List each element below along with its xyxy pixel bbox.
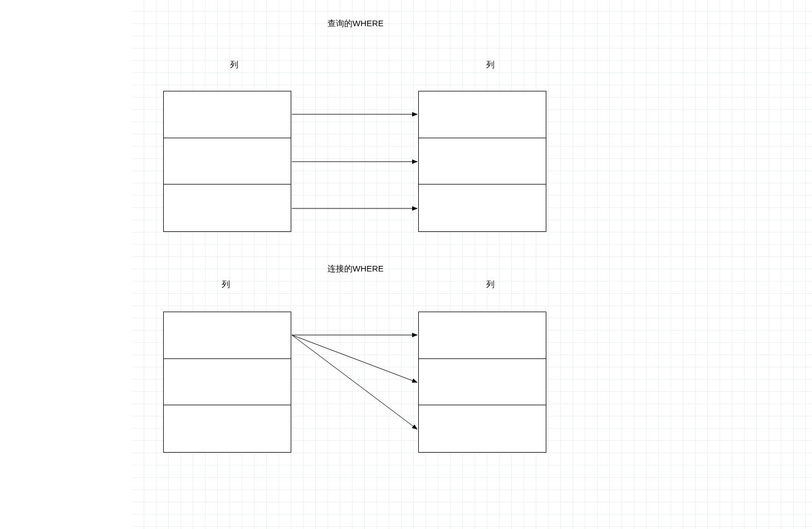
diagram1-left-table[interactable] <box>163 91 291 232</box>
arrow-d2-to-row2 <box>292 335 417 382</box>
diagram1-right-column-label: 列 <box>486 60 495 70</box>
diagram2-right-column-label: 列 <box>486 279 495 290</box>
table-row[interactable] <box>164 185 291 231</box>
left-margin-panel <box>0 0 133 529</box>
table-row[interactable] <box>419 405 546 452</box>
diagram1-left-column-label: 列 <box>230 60 238 70</box>
diagram1-right-table[interactable] <box>418 91 546 232</box>
table-row[interactable] <box>164 312 291 359</box>
diagram2-left-column-label: 列 <box>222 279 230 290</box>
table-row[interactable] <box>419 138 546 185</box>
table-row[interactable] <box>164 91 291 138</box>
table-row[interactable] <box>164 138 291 185</box>
table-row[interactable] <box>419 359 546 406</box>
diagram-canvas[interactable]: 查询的WHERE 列 列 连接的WHERE 列 列 <box>133 0 812 529</box>
table-row[interactable] <box>164 359 291 406</box>
diagram2-title: 连接的WHERE <box>327 264 384 274</box>
table-row[interactable] <box>419 312 546 359</box>
diagram2-right-table[interactable] <box>418 312 546 453</box>
arrow-d2-to-row3 <box>292 335 417 429</box>
diagram1-title: 查询的WHERE <box>327 18 384 29</box>
table-row[interactable] <box>164 405 291 452</box>
table-row[interactable] <box>419 185 546 231</box>
table-row[interactable] <box>419 91 546 138</box>
diagram2-left-table[interactable] <box>163 312 291 453</box>
